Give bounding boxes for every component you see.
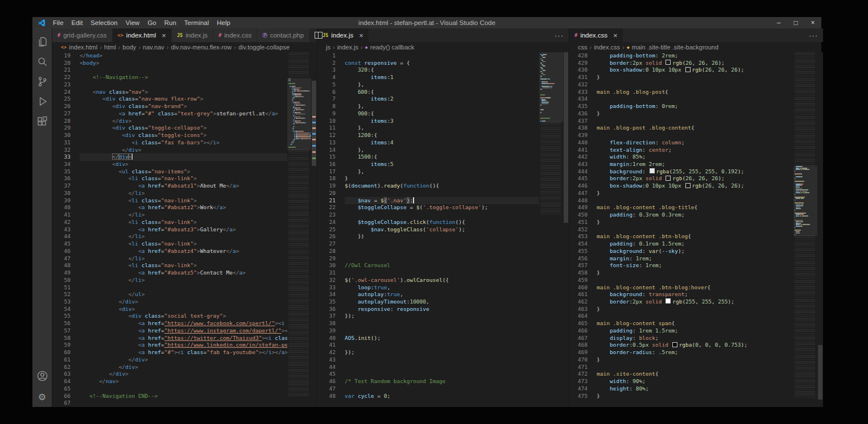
line-number[interactable]: 40	[52, 204, 71, 211]
line-number[interactable]: 452	[569, 226, 588, 234]
line-number[interactable]: 35	[317, 298, 336, 306]
line-number[interactable]: 454	[569, 240, 588, 248]
gutter[interactable]: 4284294304314324334344354364374384394404…	[569, 52, 592, 407]
close-button[interactable]: ×	[804, 17, 821, 28]
code-line[interactable]	[345, 255, 539, 263]
tab-index.css[interactable]: #index.css×	[569, 28, 623, 42]
line-number[interactable]: 435	[569, 103, 588, 110]
tab-index.css[interactable]: #index.css	[213, 28, 257, 42]
code-line[interactable]: autoplayTimeout:10000,	[345, 298, 539, 306]
code-line[interactable]: background: var(--sky);	[597, 248, 793, 255]
line-number[interactable]: 44	[52, 233, 71, 240]
line-number[interactable]: 460	[569, 284, 588, 292]
line-number[interactable]: 50	[52, 277, 71, 284]
line-number[interactable]: 15	[317, 153, 336, 161]
line-number[interactable]: 31	[317, 269, 336, 277]
line-number[interactable]: 472	[569, 371, 588, 378]
line-number[interactable]: 64	[52, 378, 71, 385]
line-number[interactable]: 436	[569, 110, 588, 118]
line-number[interactable]: 24	[52, 89, 71, 96]
code-line[interactable]: $toggleCollapse.click(function(){	[345, 219, 539, 226]
code-line[interactable]: 320:{	[345, 66, 539, 74]
line-number[interactable]: 34	[52, 161, 71, 168]
code-line[interactable]: main .site-content{	[597, 371, 793, 378]
tab-grid-gallery.css[interactable]: #grid-gallery.css	[52, 28, 113, 42]
code-line[interactable]: })	[345, 233, 539, 240]
code-line[interactable]: </head>	[80, 52, 287, 60]
code-line[interactable]	[345, 190, 539, 197]
code-line[interactable]: <body>	[80, 60, 287, 67]
line-number[interactable]: 5	[317, 81, 336, 89]
tab-index.js[interactable]: JSindex.js×	[317, 28, 369, 42]
code-line[interactable]: margin:1rem 2rem;	[597, 161, 793, 168]
breadcrumb-item[interactable]: ◆main .site-title .site-background	[627, 44, 718, 51]
tab-close-icon[interactable]: ×	[359, 32, 363, 39]
code-line[interactable]: <div>	[80, 306, 287, 313]
code-line[interactable]: </div>	[80, 118, 287, 125]
line-number[interactable]: 39	[317, 327, 336, 335]
code-line[interactable]	[597, 95, 793, 103]
line-number[interactable]: 430	[569, 66, 588, 74]
tab-contact.php[interactable]: Ⓟcontact.php	[257, 28, 309, 42]
breadcrumb-item[interactable]: div.toggle-collapse	[238, 44, 290, 51]
gutter[interactable]: 1234567891011121314151617181920212223242…	[317, 52, 340, 407]
line-number[interactable]: 38	[317, 320, 336, 327]
code-line[interactable]: }	[597, 219, 793, 226]
code-line[interactable]: <div class="nav-menu flex-row">	[80, 95, 287, 103]
line-number[interactable]: 48	[317, 393, 336, 400]
code-line[interactable]: <a href="https://twitter.com/Thaisud3"><…	[80, 335, 287, 342]
line-number[interactable]: 31	[52, 139, 71, 147]
line-number[interactable]: 24	[317, 219, 336, 226]
code-line[interactable]: $nav = $('.nav');	[345, 197, 539, 205]
code-line[interactable]	[345, 371, 539, 378]
activity-bar-item-account[interactable]	[32, 367, 52, 387]
code-line[interactable]: $('.owl-carousel').owlCarousel({	[345, 277, 539, 284]
line-number[interactable]: 48	[52, 262, 71, 269]
activity-bar-item-settings[interactable]: ⚙	[32, 387, 52, 407]
breadcrumb-item[interactable]: div.nav-menu.flex-row	[171, 44, 232, 51]
code-line[interactable]: 1500:{	[345, 153, 539, 161]
code-line[interactable]: border:0.5px solid rgba(0, 0, 0, 0.753);	[597, 342, 793, 349]
code-line[interactable]: padding-bottom: 2rem;	[597, 52, 793, 60]
code-line[interactable]: </li>	[80, 211, 287, 219]
code-line[interactable]: <i class="fas fa-bars"></i>	[80, 139, 287, 147]
line-number[interactable]: 52	[52, 291, 71, 298]
line-number[interactable]: 21	[52, 66, 71, 74]
code-line[interactable]	[345, 320, 539, 327]
line-number[interactable]: 14	[317, 147, 336, 154]
menu-edit[interactable]: Edit	[68, 17, 87, 28]
code-line[interactable]	[80, 400, 287, 407]
line-number[interactable]: 29	[317, 255, 336, 263]
line-number[interactable]: 47	[52, 255, 71, 263]
line-number[interactable]: 21	[317, 197, 336, 205]
code-line[interactable]: 900:{	[345, 110, 539, 118]
code-line[interactable]	[597, 277, 793, 284]
code-line[interactable]: <!--Navigation-->	[80, 74, 287, 81]
code-line[interactable]	[597, 313, 793, 320]
line-number[interactable]: 11	[317, 124, 336, 132]
line-number[interactable]: 7	[317, 95, 336, 103]
code-line[interactable]: }	[597, 269, 793, 277]
line-number[interactable]: 13	[317, 139, 336, 147]
line-number[interactable]: 461	[569, 291, 588, 298]
line-number[interactable]: 18	[317, 175, 336, 182]
line-number[interactable]: 440	[569, 139, 588, 147]
code-line[interactable]: }	[597, 393, 793, 400]
line-number[interactable]: 471	[569, 364, 588, 371]
line-number[interactable]: 16	[317, 161, 336, 168]
line-number[interactable]: 457	[569, 262, 588, 269]
code-line[interactable]: border:2px solid rgb(255, 255, 255);	[597, 298, 793, 306]
line-number[interactable]: 34	[317, 291, 336, 298]
line-number[interactable]: 20	[52, 60, 71, 67]
code-line[interactable]: font-size: 1rem;	[597, 262, 793, 269]
line-number[interactable]: 62	[52, 364, 71, 371]
line-number[interactable]: 433	[569, 89, 588, 96]
line-number[interactable]: 32	[52, 147, 71, 154]
code-line[interactable]: width: 90%;	[597, 378, 793, 385]
line-number[interactable]: 27	[52, 110, 71, 118]
menu-run[interactable]: Run	[160, 17, 180, 28]
code-line[interactable]	[345, 248, 539, 255]
line-number[interactable]: 41	[52, 211, 71, 219]
code-line[interactable]: padding: 0.3rem 0.3rem;	[597, 211, 793, 219]
line-number[interactable]: 448	[569, 197, 588, 205]
